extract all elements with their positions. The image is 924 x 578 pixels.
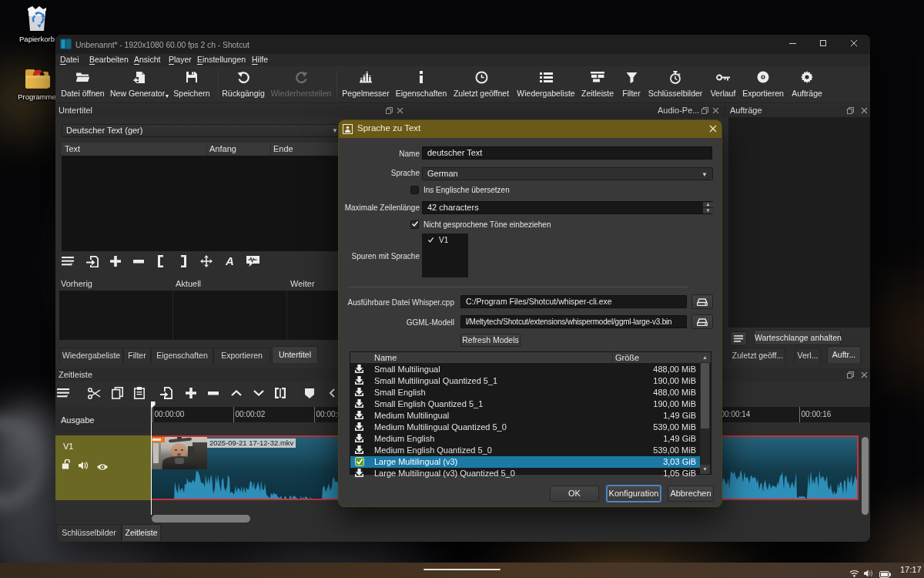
svg-text:A: A bbox=[226, 256, 234, 267]
